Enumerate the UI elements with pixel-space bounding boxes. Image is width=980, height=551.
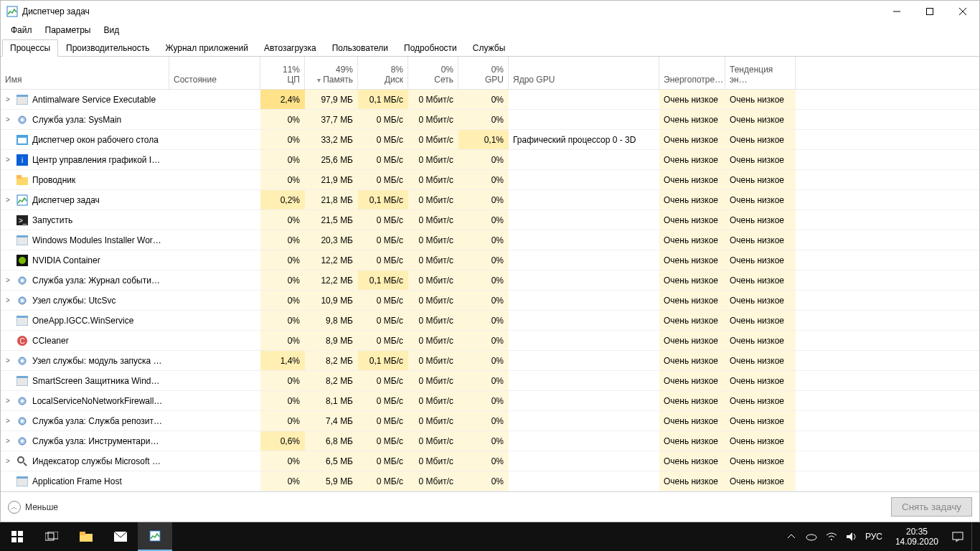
- gpu-cell: 0%: [458, 451, 509, 471]
- process-row[interactable]: Application Frame Host0%5,9 МБ0 МБ/с0 Мб…: [1, 471, 979, 491]
- disk-cell: 0 МБ/с: [358, 411, 408, 430]
- tab-4[interactable]: Пользователи: [324, 39, 396, 57]
- onedrive-icon[interactable]: [805, 530, 818, 543]
- power-trend-cell: Очень низкое: [725, 411, 796, 430]
- cpu-cell: 0%: [260, 110, 305, 129]
- col-header-network[interactable]: 0%Сеть: [408, 57, 458, 89]
- tray-chevron-icon[interactable]: [785, 530, 798, 543]
- process-row[interactable]: >Служба узла: Инструментари…0,6%6,8 МБ0 …: [1, 431, 979, 451]
- process-row[interactable]: CCCleaner0%8,9 МБ0 МБ/с0 Мбит/c0%Очень н…: [1, 331, 979, 351]
- end-task-button[interactable]: Снять задачу: [891, 497, 972, 517]
- menu-view[interactable]: Вид: [98, 23, 125, 37]
- gpu-cell: 0%: [458, 170, 509, 189]
- process-row[interactable]: >Antimalware Service Executable2,4%97,9 …: [1, 90, 979, 110]
- network-cell: 0 Мбит/c: [408, 311, 458, 330]
- fewer-details-label: Меньше: [25, 502, 58, 512]
- disk-cell: 0 МБ/с: [358, 371, 408, 390]
- expand-icon[interactable]: >: [4, 357, 12, 364]
- expand-icon[interactable]: >: [4, 196, 12, 204]
- expand-icon[interactable]: >: [4, 397, 12, 405]
- power-cell: Очень низкое: [659, 250, 725, 270]
- close-button[interactable]: [946, 1, 979, 22]
- menu-options[interactable]: Параметры: [39, 23, 97, 37]
- start-button[interactable]: [0, 522, 34, 551]
- col-header-name[interactable]: Имя: [1, 57, 169, 89]
- process-row[interactable]: >Служба узла: SysMain0%37,7 МБ0 МБ/с0 Мб…: [1, 110, 979, 130]
- state-cell: [169, 150, 260, 169]
- network-cell: 0 Мбит/c: [408, 411, 458, 430]
- power-trend-cell: Очень низкое: [725, 130, 796, 149]
- network-cell: 0 Мбит/c: [408, 170, 458, 189]
- process-row[interactable]: SmartScreen Защитника Windo…0%8,2 МБ0 МБ…: [1, 371, 979, 391]
- expand-icon[interactable]: >: [4, 437, 12, 445]
- tab-5[interactable]: Подробности: [396, 39, 465, 57]
- action-center-icon[interactable]: [951, 530, 964, 543]
- maximize-button[interactable]: [913, 1, 946, 22]
- process-row[interactable]: >Индексатор службы Microsoft …0%6,5 МБ0 …: [1, 451, 979, 471]
- process-name: NVIDIA Container: [32, 255, 100, 265]
- expand-icon[interactable]: >: [4, 276, 12, 284]
- expand-icon[interactable]: >: [4, 457, 12, 465]
- clock[interactable]: 20:35 14.09.2020: [890, 527, 944, 547]
- gpu-core-cell: [509, 230, 659, 250]
- menu-file[interactable]: Файл: [5, 23, 38, 37]
- process-row[interactable]: >Диспетчер задач0,2%21,8 МБ0,1 МБ/с0 Мби…: [1, 190, 979, 210]
- show-desktop-button[interactable]: [971, 522, 976, 551]
- process-row[interactable]: Проводник0%21,9 МБ0 МБ/с0 Мбит/c0%Очень …: [1, 170, 979, 190]
- process-row[interactable]: >LocalServiceNoNetworkFirewall …0%8,1 МБ…: [1, 391, 979, 411]
- gpu-cell: 0,1%: [458, 130, 509, 149]
- language-indicator[interactable]: РУС: [865, 532, 882, 542]
- tab-1[interactable]: Производительность: [58, 39, 157, 57]
- process-row[interactable]: >Узел службы: UtcSvc0%10,9 МБ0 МБ/с0 Мби…: [1, 291, 979, 311]
- taskview-button[interactable]: [34, 522, 69, 551]
- tab-0[interactable]: Процессы: [2, 39, 58, 57]
- expand-icon[interactable]: >: [4, 296, 12, 304]
- svg-point-23: [21, 279, 24, 282]
- col-header-cpu[interactable]: 11%ЦП: [260, 57, 305, 89]
- process-name-cell: OneApp.IGCC.WinService: [1, 311, 169, 330]
- menubar: Файл Параметры Вид: [1, 22, 979, 38]
- col-header-power-trend[interactable]: Тенденция эн…: [725, 57, 796, 89]
- col-header-memory[interactable]: 49%Память: [305, 57, 358, 89]
- process-table[interactable]: Имя Состояние 11%ЦП 49%Память 8%Диск 0%С…: [1, 57, 979, 491]
- tab-2[interactable]: Журнал приложений: [158, 39, 256, 57]
- minimize-button[interactable]: [880, 1, 913, 22]
- memory-cell: 37,7 МБ: [305, 110, 358, 129]
- tab-3[interactable]: Автозагрузка: [256, 39, 324, 57]
- col-header-state[interactable]: Состояние: [169, 57, 260, 89]
- process-row[interactable]: Диспетчер окон рабочего стола0%33,2 МБ0 …: [1, 130, 979, 150]
- tab-6[interactable]: Службы: [465, 39, 513, 57]
- col-header-disk[interactable]: 8%Диск: [358, 57, 408, 89]
- process-name-cell: SmartScreen Защитника Windo…: [1, 371, 169, 390]
- gpu-cell: 0%: [458, 230, 509, 250]
- wifi-icon[interactable]: [825, 530, 838, 543]
- taskbar[interactable]: РУС 20:35 14.09.2020: [0, 522, 980, 551]
- col-header-gpu-core[interactable]: Ядро GPU: [509, 57, 659, 89]
- process-row[interactable]: >Служба узла: Журнал событи…0%12,2 МБ0,1…: [1, 270, 979, 291]
- col-header-gpu[interactable]: 0%GPU: [458, 57, 509, 89]
- cpu-cell: 0%: [260, 451, 305, 471]
- task-manager-taskbar-button[interactable]: [138, 522, 172, 551]
- cpu-cell: 0%: [260, 250, 305, 270]
- process-row[interactable]: >_Запустить0%21,5 МБ0 МБ/с0 Мбит/c0%Очен…: [1, 210, 979, 230]
- process-row[interactable]: >Служба узла: Служба репозит…0%7,4 МБ0 М…: [1, 411, 979, 431]
- expand-icon[interactable]: >: [4, 417, 12, 425]
- fewer-details-button[interactable]: ︿ Меньше: [8, 501, 58, 514]
- volume-icon[interactable]: [845, 530, 858, 543]
- memory-cell: 6,8 МБ: [305, 431, 358, 451]
- expand-icon[interactable]: >: [4, 156, 12, 164]
- expand-icon[interactable]: >: [4, 116, 12, 123]
- titlebar[interactable]: Диспетчер задач: [1, 1, 979, 22]
- process-row[interactable]: Windows Modules Installer Wor…0%20,3 МБ0…: [1, 230, 979, 250]
- process-row[interactable]: >iЦентр управления графикой I…0%25,6 МБ0…: [1, 150, 979, 170]
- disk-cell: 0,1 МБ/с: [358, 190, 408, 209]
- expand-icon[interactable]: >: [4, 95, 12, 103]
- mail-taskbar-button[interactable]: [103, 522, 138, 551]
- process-row[interactable]: OneApp.IGCC.WinService0%9,8 МБ0 МБ/с0 Мб…: [1, 311, 979, 331]
- power-trend-cell: Очень низкое: [725, 371, 796, 390]
- explorer-taskbar-button[interactable]: [69, 522, 103, 551]
- process-row[interactable]: >Узел службы: модуль запуска …1,4%8,2 МБ…: [1, 351, 979, 371]
- svg-point-31: [21, 359, 24, 362]
- process-row[interactable]: NVIDIA Container0%12,2 МБ0 МБ/с0 Мбит/c0…: [1, 250, 979, 270]
- col-header-power[interactable]: Энергопотре…: [659, 57, 725, 89]
